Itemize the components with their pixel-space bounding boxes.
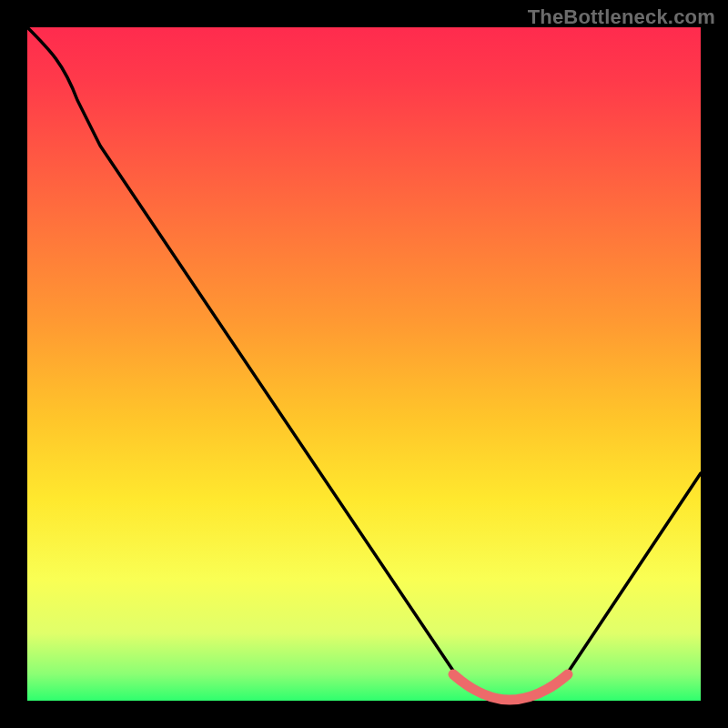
chart-frame: TheBottleneck.com bbox=[0, 0, 728, 728]
plot-area bbox=[27, 27, 701, 701]
curve-svg bbox=[27, 27, 701, 701]
bottleneck-curve bbox=[27, 27, 701, 699]
optimal-flat-segment bbox=[453, 674, 568, 700]
watermark-text: TheBottleneck.com bbox=[528, 5, 715, 29]
